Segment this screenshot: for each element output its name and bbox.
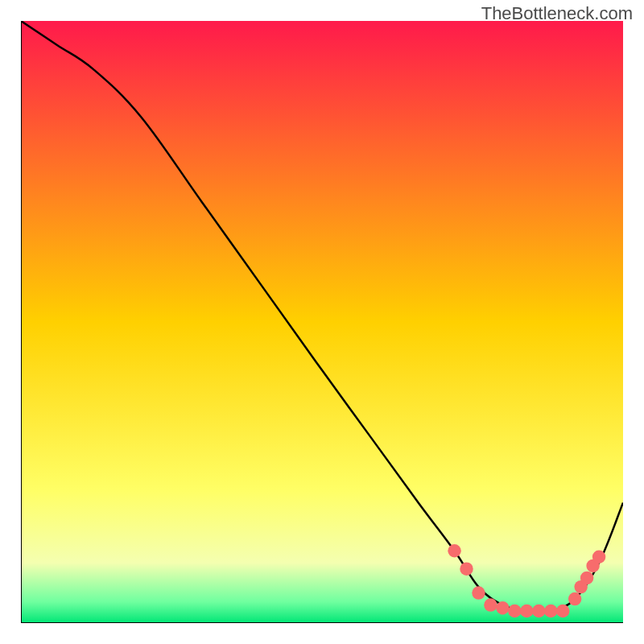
- marker-dot: [544, 605, 557, 617]
- chart-background: [21, 21, 623, 623]
- marker-dot: [556, 605, 569, 617]
- chart-root: TheBottleneck.com: [0, 0, 644, 644]
- marker-dot: [484, 598, 497, 611]
- marker-dot: [580, 572, 593, 584]
- marker-dot: [532, 605, 545, 617]
- chart-svg: [21, 21, 623, 623]
- marker-dot: [592, 550, 605, 563]
- watermark-text: TheBottleneck.com: [481, 3, 633, 24]
- marker-dot: [496, 601, 509, 614]
- plot-area: [21, 21, 623, 623]
- marker-dot: [508, 605, 521, 617]
- marker-dot: [472, 586, 485, 599]
- marker-dot: [460, 562, 473, 575]
- marker-dot: [520, 605, 533, 617]
- marker-dot: [568, 592, 581, 605]
- marker-dot: [448, 544, 460, 557]
